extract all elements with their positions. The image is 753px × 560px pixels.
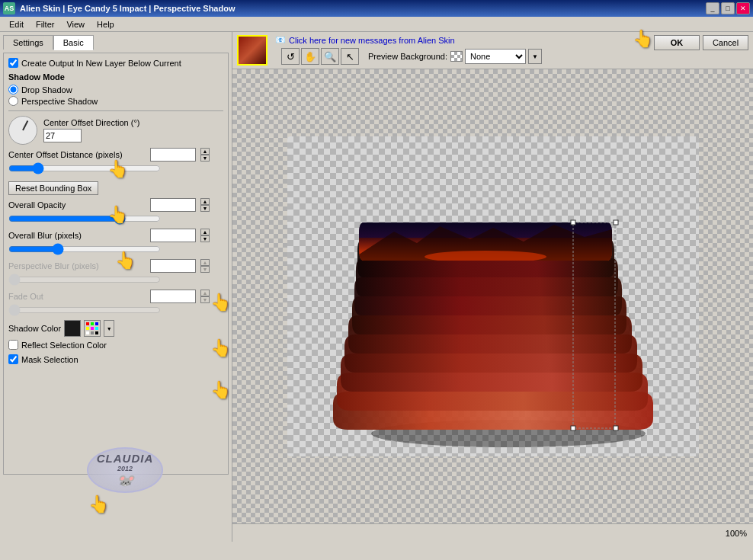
- svg-rect-17: [614, 426, 618, 430]
- tab-settings[interactable]: Settings: [3, 35, 53, 50]
- svg-rect-3: [86, 327, 89, 330]
- svg-rect-0: [86, 322, 89, 325]
- blur-spin-up[interactable]: ▲: [200, 229, 210, 235]
- maximize-button[interactable]: □: [721, 2, 735, 14]
- top-right-area: 📧 Click here for new messages from Alien…: [232, 32, 753, 69]
- mask-selection-label: Mask Selection: [21, 355, 79, 364]
- menu-view[interactable]: View: [60, 18, 91, 30]
- perspective-shadow-label: Perspective Shadow: [21, 97, 98, 106]
- center-offset-distance-slider[interactable]: [8, 163, 161, 174]
- opacity-spin-up[interactable]: ▲: [200, 198, 210, 205]
- blur-spin-down[interactable]: ▼: [200, 235, 210, 242]
- message-link[interactable]: 📧 Click here for new messages from Alien…: [275, 35, 651, 45]
- center-offset-distance-slider-row: [8, 163, 223, 175]
- svg-rect-7: [91, 331, 94, 334]
- distance-spin-up[interactable]: ▲: [200, 148, 210, 155]
- fade-out-spin-up: ▲: [200, 290, 210, 296]
- fade-out-label: Fade Out: [8, 292, 146, 301]
- right-panel: 📧 Click here for new messages from Alien…: [232, 32, 753, 542]
- cancel-button[interactable]: Cancel: [703, 35, 748, 50]
- shadow-color-row: Shadow Color ▼: [8, 320, 223, 337]
- tab-basic[interactable]: Basic: [53, 35, 94, 50]
- fade-out-row: Fade Out 0 ▲ ▼: [8, 290, 223, 303]
- reflect-selection-checkbox[interactable]: [8, 340, 18, 350]
- preview-area[interactable]: [232, 69, 753, 523]
- drop-shadow-radio[interactable]: [8, 85, 18, 94]
- reset-bounding-box-button[interactable]: Reset Bounding Box: [8, 181, 98, 195]
- overall-opacity-input[interactable]: 75: [150, 198, 196, 212]
- zoom-tool-icon[interactable]: 🔍: [321, 48, 339, 65]
- overall-opacity-label: Overall Opacity: [8, 200, 146, 210]
- preview-bg-select: None ▼: [450, 49, 542, 64]
- preview-bg-dropdown[interactable]: None: [465, 49, 526, 64]
- zoom-level: 100%: [726, 529, 747, 538]
- svg-rect-15: [614, 220, 618, 225]
- menu-filter[interactable]: Filter: [30, 18, 60, 30]
- menu-help[interactable]: Help: [91, 18, 120, 30]
- tool-icons: ↺ ✋ 🔍 ↖: [281, 48, 359, 65]
- title-bar: AS Alien Skin | Eye Candy 5 Impact | Per…: [0, 0, 753, 17]
- opacity-spin-down[interactable]: ▼: [200, 205, 210, 212]
- overall-blur-label: Overall Blur (pixels): [8, 231, 146, 240]
- hand-tool-icon[interactable]: ✋: [301, 48, 319, 65]
- shadow-color-swatch[interactable]: [64, 320, 81, 337]
- reflect-selection-row: Reflect Selection Color: [8, 340, 223, 350]
- shadow-mode-label: Shadow Mode: [8, 72, 223, 82]
- shadow-color-label: Shadow Color: [8, 324, 61, 333]
- overall-opacity-slider[interactable]: [8, 213, 161, 224]
- direction-dial[interactable]: [8, 116, 37, 145]
- perspective-blur-slider: [8, 274, 161, 285]
- svg-rect-4: [91, 327, 94, 330]
- preview-color-box: [450, 51, 463, 62]
- color-grid-button[interactable]: [84, 320, 101, 337]
- perspective-shadow-radio[interactable]: [8, 96, 18, 106]
- svg-rect-6: [86, 331, 89, 334]
- mask-selection-checkbox[interactable]: [8, 354, 18, 364]
- tab-content: Create Output In New Layer Below Current…: [3, 53, 229, 475]
- stack-preview: [287, 136, 699, 456]
- overall-blur-row: Overall Blur (pixels) 30.93 ▲ ▼: [8, 229, 223, 242]
- preview-bg-label: Preview Background:: [368, 52, 447, 61]
- ok-cancel-area: 👆 OK Cancel: [654, 35, 748, 50]
- perspective-blur-row: Perspective Blur (pixels) 0.00 ▲ ▼: [8, 259, 223, 273]
- minimize-button[interactable]: _: [706, 2, 719, 14]
- create-output-row: Create Output In New Layer Below Current: [8, 58, 223, 68]
- preview-bg-dropdown-arrow[interactable]: ▼: [528, 49, 542, 64]
- perspective-blur-input: 0.00: [150, 259, 196, 273]
- overall-opacity-slider-row: [8, 213, 223, 226]
- persp-blur-spin-up: ▲: [200, 259, 210, 266]
- svg-rect-1: [91, 322, 94, 325]
- tab-strip: Settings Basic: [3, 35, 229, 50]
- close-button[interactable]: ✕: [736, 2, 750, 14]
- watermark: CLAUDIA 2012 🐭: [87, 447, 163, 493]
- overall-blur-input[interactable]: 30.93: [150, 229, 196, 242]
- distance-spin-down[interactable]: ▼: [200, 155, 210, 162]
- menu-edit[interactable]: Edit: [3, 18, 30, 30]
- message-link-text: Click here for new messages from Alien S…: [289, 36, 455, 45]
- create-output-checkbox[interactable]: [8, 58, 18, 68]
- center-offset-direction-input[interactable]: 27: [43, 129, 82, 142]
- drop-shadow-row: Drop Shadow: [8, 85, 223, 94]
- fade-out-slider: [8, 305, 161, 315]
- overall-blur-slider-row: [8, 244, 223, 256]
- center-offset-distance-input[interactable]: 16.79: [150, 148, 196, 162]
- mask-selection-row: Mask Selection: [8, 354, 223, 364]
- color-dropdown-button[interactable]: ▼: [104, 320, 114, 337]
- message-icon: 📧: [275, 35, 286, 45]
- menu-bar: Edit Filter View Help: [0, 17, 753, 32]
- thumbnail-container: [237, 35, 268, 66]
- center-offset-distance-row: Center Offset Distance (pixels) 16.79 ▲ …: [8, 148, 223, 162]
- select-tool-icon[interactable]: ↖: [341, 48, 359, 65]
- fade-out-spin-down: ▼: [200, 296, 210, 303]
- thumbnail-item[interactable]: [237, 35, 268, 66]
- refresh-tool-icon[interactable]: ↺: [281, 48, 300, 65]
- window-title: Alien Skin | Eye Candy 5 Impact | Perspe…: [20, 4, 235, 13]
- center-offset-distance-label: Center Offset Distance (pixels): [8, 150, 146, 159]
- ok-button[interactable]: OK: [654, 35, 700, 50]
- overall-blur-slider[interactable]: [8, 244, 161, 254]
- perspective-blur-label: Perspective Blur (pixels): [8, 261, 146, 270]
- svg-rect-8: [95, 331, 98, 334]
- svg-rect-14: [571, 220, 575, 225]
- annotation-mask: 👆: [87, 493, 110, 516]
- create-output-label: Create Output In New Layer Below Current: [21, 59, 181, 68]
